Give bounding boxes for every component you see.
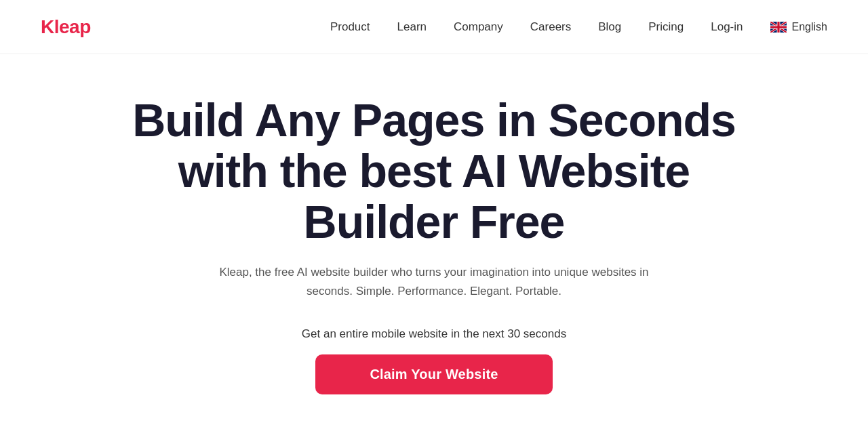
nav-product[interactable]: Product	[330, 20, 370, 34]
hero-title: Build Any Pages in Seconds with the best…	[129, 95, 739, 247]
flag-icon	[770, 22, 787, 33]
claim-website-button[interactable]: Claim Your Website	[315, 354, 552, 394]
nav-learn[interactable]: Learn	[397, 20, 427, 34]
nav-pricing[interactable]: Pricing	[648, 20, 684, 34]
hero-cta-text: Get an entire mobile website in the next…	[14, 327, 854, 341]
language-label: English	[792, 21, 827, 33]
hero-section: Build Any Pages in Seconds with the best…	[0, 54, 868, 415]
nav-careers[interactable]: Careers	[530, 20, 571, 34]
hero-subtitle: Kleap, the free AI website builder who t…	[203, 263, 665, 300]
header: Kleap Product Learn Company Careers Blog…	[0, 0, 868, 54]
language-selector[interactable]: English	[770, 21, 827, 33]
nav-blog[interactable]: Blog	[598, 20, 621, 34]
nav-company[interactable]: Company	[454, 20, 503, 34]
nav-login[interactable]: Log-in	[711, 20, 743, 34]
main-nav: Product Learn Company Careers Blog Prici…	[330, 20, 827, 34]
logo[interactable]: Kleap	[41, 16, 91, 38]
